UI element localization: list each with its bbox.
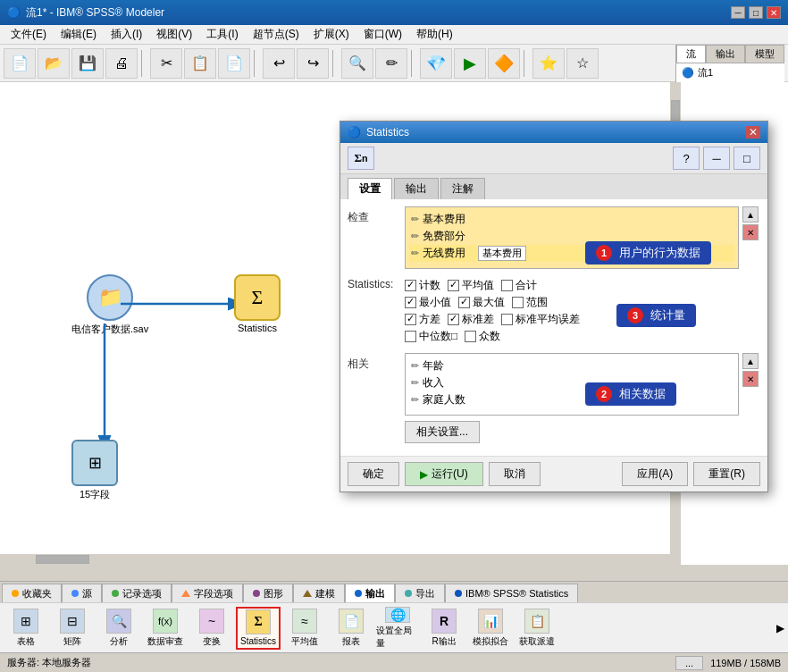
ok-btn[interactable]: 确定 bbox=[348, 462, 399, 486]
tb-save[interactable]: 💾 bbox=[71, 48, 104, 79]
dialog-tab-settings[interactable]: 设置 bbox=[348, 178, 392, 199]
corr-field-family[interactable]: ✏ 家庭人数 bbox=[409, 391, 734, 408]
btab-modeling[interactable]: 建模 bbox=[293, 584, 345, 602]
bt-r-output[interactable]: R R输出 bbox=[422, 607, 466, 650]
btab-spss-stats[interactable]: IBM® SPSS® Statistics bbox=[445, 584, 578, 602]
corr-field-age[interactable]: ✏ 年龄 bbox=[409, 357, 734, 374]
tb-run[interactable]: ▶ bbox=[454, 48, 486, 79]
bt-dispatch[interactable]: 📋 获取派遣 bbox=[515, 607, 559, 650]
cb-mean-box[interactable] bbox=[448, 280, 459, 291]
tb-edit[interactable]: ✏ bbox=[375, 48, 407, 79]
menu-file[interactable]: 文件(E) bbox=[4, 25, 54, 44]
bt-sim-fit[interactable]: 📊 模拟拟合 bbox=[468, 607, 513, 650]
cb-stderr[interactable]: 标准平均误差 bbox=[501, 312, 580, 327]
dialog-close-btn[interactable]: ✕ bbox=[746, 126, 760, 139]
cb-total[interactable]: 合计 bbox=[501, 278, 537, 293]
dialog-tb-help[interactable]: ? bbox=[673, 147, 700, 170]
btab-record-ops[interactable]: 记录选项 bbox=[102, 584, 172, 602]
tab-model[interactable]: 模型 bbox=[745, 45, 784, 63]
corr-scroll-up[interactable]: ▲ bbox=[742, 353, 759, 369]
examine-delete[interactable]: ✕ bbox=[742, 224, 759, 240]
minimize-btn[interactable]: ─ bbox=[731, 6, 745, 19]
bt-matrix[interactable]: ⊟ 矩阵 bbox=[50, 607, 95, 650]
tb-star2[interactable]: ☆ bbox=[566, 48, 599, 79]
bt-data-audit[interactable]: f(x) 数据审查 bbox=[143, 607, 188, 650]
cb-mean[interactable]: 平均值 bbox=[448, 278, 494, 293]
fields-node[interactable]: ⊞ 15字段 bbox=[71, 440, 118, 501]
cb-median-box[interactable] bbox=[405, 331, 416, 342]
bt-analysis[interactable]: 🔍 分析 bbox=[96, 607, 141, 650]
bt-report[interactable]: 📄 报表 bbox=[329, 607, 373, 650]
cb-min-box[interactable] bbox=[405, 297, 416, 308]
tb-stop[interactable]: 🔶 bbox=[488, 48, 520, 79]
dialog-tb-formula[interactable]: Σn bbox=[348, 147, 374, 170]
menu-edit[interactable]: 编辑(E) bbox=[54, 25, 104, 44]
tb-open[interactable]: 📂 bbox=[38, 48, 70, 79]
restore-btn[interactable]: □ bbox=[749, 6, 763, 19]
menu-tools[interactable]: 工具(I) bbox=[199, 25, 245, 44]
btab-field-ops[interactable]: 字段选项 bbox=[172, 584, 243, 602]
menu-view[interactable]: 视图(V) bbox=[149, 25, 199, 44]
cb-range-box[interactable] bbox=[512, 297, 524, 308]
run-btn[interactable]: ▶ 运行(U) bbox=[405, 462, 483, 486]
tab-output[interactable]: 输出 bbox=[706, 45, 745, 63]
cb-total-box[interactable] bbox=[501, 280, 513, 291]
corr-delete[interactable]: ✕ bbox=[742, 371, 759, 387]
bt-table[interactable]: ⊞ 表格 bbox=[4, 607, 48, 650]
cancel-btn[interactable]: 取消 bbox=[489, 462, 541, 486]
flow-item-label[interactable]: 流1 bbox=[698, 66, 713, 80]
tb-paste[interactable]: 📄 bbox=[218, 48, 250, 79]
cb-count[interactable]: 计数 bbox=[405, 278, 440, 293]
cb-variance[interactable]: 方差 bbox=[405, 312, 440, 327]
toolbar-scroll-right[interactable]: ▶ bbox=[776, 622, 784, 634]
corr-field-income[interactable]: ✏ 收入 bbox=[409, 374, 734, 391]
btab-output[interactable]: 输出 bbox=[345, 584, 395, 602]
tb-star1[interactable]: ⭐ bbox=[532, 48, 565, 79]
cb-median[interactable]: 中位数□ bbox=[405, 329, 457, 344]
cb-stddev[interactable]: 标准差 bbox=[448, 312, 494, 327]
btab-export[interactable]: 导出 bbox=[395, 584, 445, 602]
cb-variance-box[interactable] bbox=[405, 314, 416, 325]
examine-scroll-up[interactable]: ▲ bbox=[742, 206, 759, 223]
corr-field-list[interactable]: ✏ 年龄 ✏ 收入 ✏ 家庭人数 bbox=[405, 353, 739, 416]
btab-favorites[interactable]: 收藏夹 bbox=[2, 584, 62, 602]
apply-btn[interactable]: 应用(A) bbox=[622, 462, 688, 486]
bt-means[interactable]: ≈ 平均值 bbox=[282, 607, 327, 650]
menu-help[interactable]: 帮助(H) bbox=[409, 25, 460, 44]
dialog-tab-output[interactable]: 输出 bbox=[394, 178, 439, 199]
cb-range[interactable]: 范围 bbox=[512, 295, 548, 310]
cb-max[interactable]: 最大值 bbox=[458, 295, 505, 310]
tb-copy[interactable]: 📋 bbox=[184, 48, 216, 79]
cb-count-box[interactable] bbox=[405, 280, 416, 291]
cb-stddev-box[interactable] bbox=[448, 314, 459, 325]
status-action-btn[interactable]: ... bbox=[675, 656, 703, 670]
menu-extensions[interactable]: 扩展(X) bbox=[306, 25, 356, 44]
menu-insert[interactable]: 插入(I) bbox=[104, 25, 149, 44]
cb-stderr-box[interactable] bbox=[501, 314, 513, 325]
tb-new[interactable]: 📄 bbox=[4, 48, 36, 79]
bt-transform[interactable]: ~ 变换 bbox=[189, 607, 234, 650]
corr-settings-btn[interactable]: 相关设置... bbox=[405, 421, 480, 443]
cb-min[interactable]: 最小值 bbox=[405, 295, 451, 310]
tb-search[interactable]: 🔍 bbox=[341, 48, 373, 79]
bt-global[interactable]: 🌐 设置全局量 bbox=[375, 607, 420, 650]
tb-cut[interactable]: ✂ bbox=[150, 48, 182, 79]
dialog-tab-notes[interactable]: 注解 bbox=[440, 178, 485, 199]
btab-graphs[interactable]: 图形 bbox=[243, 584, 293, 602]
menu-supernode[interactable]: 超节点(S) bbox=[246, 25, 306, 44]
dialog-tb-max[interactable]: □ bbox=[734, 147, 760, 170]
tb-print[interactable]: 🖨 bbox=[105, 48, 138, 79]
statistics-node[interactable]: Σ Statistics bbox=[234, 274, 281, 333]
h-scrollbar[interactable] bbox=[0, 554, 681, 565]
reset-btn[interactable]: 重置(R) bbox=[693, 462, 760, 486]
cb-max-box[interactable] bbox=[458, 297, 470, 308]
bt-statistics[interactable]: Σ Statistics bbox=[236, 607, 281, 650]
tb-undo[interactable]: ↩ bbox=[263, 48, 295, 79]
btab-source[interactable]: 源 bbox=[62, 584, 102, 602]
cb-mode-box[interactable] bbox=[465, 331, 476, 342]
tb-redo[interactable]: ↪ bbox=[297, 48, 329, 79]
tb-gem[interactable]: 💎 bbox=[420, 48, 452, 79]
dialog-tb-min[interactable]: ─ bbox=[703, 147, 730, 170]
menu-window[interactable]: 窗口(W) bbox=[356, 25, 409, 44]
field-item-basic[interactable]: ✏ 基本费用 bbox=[409, 211, 734, 228]
